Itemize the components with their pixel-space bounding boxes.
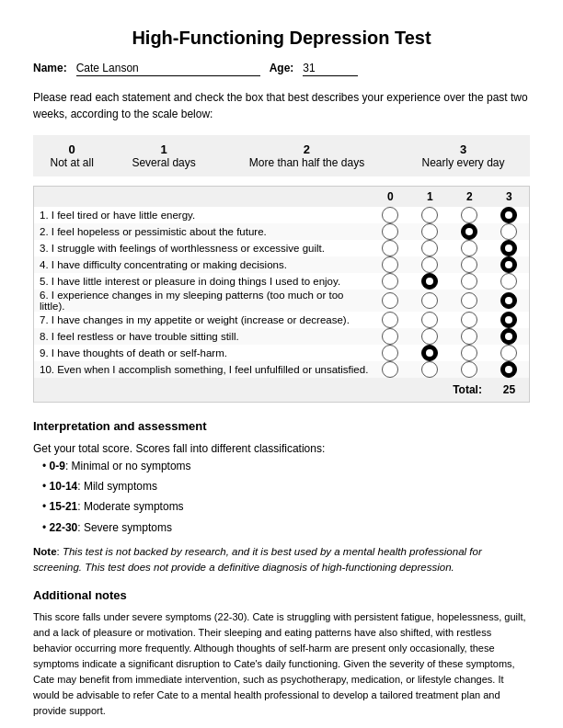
question-text: 3. I struggle with feelings of worthless… [34, 240, 371, 256]
radio-cell-4-1[interactable] [410, 273, 450, 290]
radio-3-0[interactable] [382, 256, 398, 273]
radio-cell-7-0[interactable] [371, 328, 410, 345]
radio-1-2[interactable] [461, 223, 477, 240]
total-label-cell: Total: [34, 378, 489, 402]
radio-6-0[interactable] [382, 312, 398, 328]
age-label: Age: [270, 62, 294, 74]
radio-5-1[interactable] [421, 292, 438, 309]
radio-8-1[interactable] [421, 345, 438, 361]
table-row: 2. I feel hopeless or pessimistic about … [34, 223, 529, 240]
radio-5-2[interactable] [461, 292, 477, 309]
radio-cell-8-3[interactable] [489, 345, 529, 361]
radio-7-1[interactable] [421, 328, 438, 345]
radio-cell-9-1[interactable] [410, 361, 450, 378]
radio-cell-0-0[interactable] [371, 207, 410, 223]
radio-cell-4-0[interactable] [371, 273, 410, 290]
radio-cell-3-3[interactable] [489, 256, 529, 273]
col-header-3: 3 [489, 187, 529, 207]
radio-8-0[interactable] [382, 345, 398, 361]
radio-4-2[interactable] [461, 273, 477, 290]
radio-6-2[interactable] [461, 312, 477, 328]
radio-cell-5-2[interactable] [450, 290, 489, 312]
radio-cell-3-1[interactable] [410, 256, 450, 273]
age-value: 31 [303, 62, 358, 76]
radio-cell-7-1[interactable] [410, 328, 450, 345]
radio-cell-6-0[interactable] [371, 312, 410, 328]
col-header-2: 2 [450, 187, 489, 207]
radio-0-0[interactable] [382, 207, 398, 223]
radio-4-0[interactable] [382, 273, 398, 290]
radio-cell-4-3[interactable] [489, 273, 529, 290]
radio-9-0[interactable] [382, 361, 398, 378]
radio-cell-0-2[interactable] [450, 207, 489, 223]
table-row: 5. I have little interest or pleasure in… [34, 273, 529, 290]
radio-cell-5-0[interactable] [371, 290, 410, 312]
radio-cell-6-3[interactable] [489, 312, 529, 328]
radio-cell-2-1[interactable] [410, 240, 450, 256]
radio-6-1[interactable] [421, 312, 438, 328]
radio-cell-9-2[interactable] [450, 361, 489, 378]
radio-3-2[interactable] [461, 256, 477, 273]
radio-7-0[interactable] [382, 328, 398, 345]
radio-cell-4-2[interactable] [450, 273, 489, 290]
classification-item: 0-9: Minimal or no symptoms [42, 458, 530, 475]
radio-8-3[interactable] [500, 345, 517, 361]
radio-5-3[interactable] [500, 292, 517, 309]
radio-0-1[interactable] [421, 207, 438, 223]
radio-cell-1-1[interactable] [410, 223, 450, 240]
radio-5-0[interactable] [382, 292, 398, 309]
radio-0-2[interactable] [461, 207, 477, 223]
radio-4-1[interactable] [421, 273, 438, 290]
radio-2-2[interactable] [461, 240, 477, 256]
classification-item: 10-14: Mild symptoms [42, 478, 530, 495]
radio-cell-0-3[interactable] [489, 207, 529, 223]
radio-cell-7-2[interactable] [450, 328, 489, 345]
radio-cell-7-3[interactable] [489, 328, 529, 345]
radio-cell-6-1[interactable] [410, 312, 450, 328]
radio-3-3[interactable] [500, 256, 517, 273]
question-text: 9. I have thoughts of death or self-harm… [34, 345, 371, 361]
scale-cell: 3Nearly every day [396, 135, 530, 176]
radio-cell-9-3[interactable] [489, 361, 529, 378]
radio-9-3[interactable] [500, 361, 517, 378]
radio-cell-8-0[interactable] [371, 345, 410, 361]
intro-text: Please read each statement and check the… [33, 89, 530, 122]
radio-cell-6-2[interactable] [450, 312, 489, 328]
radio-2-0[interactable] [382, 240, 398, 256]
radio-2-3[interactable] [500, 240, 517, 256]
radio-6-3[interactable] [500, 312, 517, 328]
radio-cell-9-0[interactable] [371, 361, 410, 378]
radio-cell-2-0[interactable] [371, 240, 410, 256]
question-text: 10. Even when I accomplish something, I … [34, 361, 371, 378]
radio-1-1[interactable] [421, 223, 438, 240]
radio-9-1[interactable] [421, 361, 438, 378]
radio-7-2[interactable] [461, 328, 477, 345]
radio-cell-3-0[interactable] [371, 256, 410, 273]
page-title: High-Functioning Depression Test [33, 28, 530, 49]
table-row: 8. I feel restless or have trouble sitti… [34, 328, 529, 345]
radio-7-3[interactable] [500, 328, 517, 345]
radio-8-2[interactable] [461, 345, 477, 361]
radio-3-1[interactable] [421, 256, 438, 273]
radio-9-2[interactable] [461, 361, 477, 378]
radio-cell-1-2[interactable] [450, 223, 489, 240]
radio-1-0[interactable] [382, 223, 398, 240]
question-text: 1. I feel tired or have little energy. [34, 207, 371, 223]
radio-2-1[interactable] [421, 240, 438, 256]
radio-cell-0-1[interactable] [410, 207, 450, 223]
radio-cell-5-1[interactable] [410, 290, 450, 312]
radio-cell-1-0[interactable] [371, 223, 410, 240]
question-text: 2. I feel hopeless or pessimistic about … [34, 223, 371, 240]
radio-cell-2-2[interactable] [450, 240, 489, 256]
radio-cell-8-2[interactable] [450, 345, 489, 361]
radio-0-3[interactable] [500, 207, 517, 223]
radio-cell-2-3[interactable] [489, 240, 529, 256]
radio-cell-3-2[interactable] [450, 256, 489, 273]
classification-item: 22-30: Severe symptoms [42, 519, 530, 537]
additional-text: This score falls under severe symptoms (… [33, 609, 530, 719]
radio-4-3[interactable] [500, 273, 517, 290]
radio-cell-8-1[interactable] [410, 345, 450, 361]
radio-cell-5-3[interactable] [489, 290, 529, 312]
radio-1-3[interactable] [500, 223, 517, 240]
radio-cell-1-3[interactable] [489, 223, 529, 240]
